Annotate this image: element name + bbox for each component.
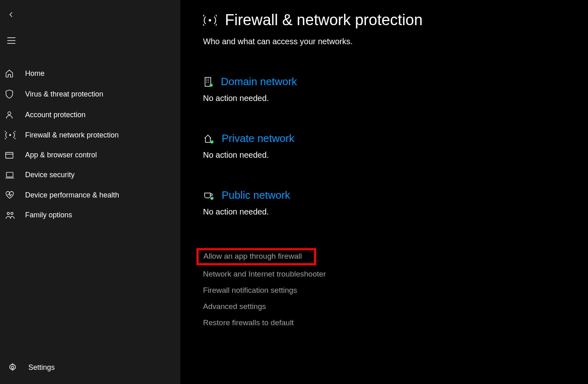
sidebar-item-firewall[interactable]: Firewall & network protection: [0, 125, 180, 145]
main-content: Firewall & network protection Who and wh…: [180, 0, 588, 384]
svg-point-4: [7, 212, 9, 214]
svg-rect-2: [6, 152, 13, 158]
sidebar-item-device-security[interactable]: Device security: [0, 165, 180, 185]
sidebar-item-performance[interactable]: Device performance & health: [0, 185, 180, 205]
menu-button[interactable]: [3, 32, 19, 49]
gear-icon: [8, 363, 23, 372]
svg-point-5: [11, 212, 13, 214]
home-icon: [5, 69, 19, 78]
svg-point-10: [210, 140, 214, 144]
svg-point-11: [210, 197, 214, 200]
device-icon: [5, 172, 19, 179]
sidebar-item-label: Device performance & health: [25, 191, 119, 200]
svg-point-9: [210, 84, 213, 87]
sidebar-item-virus[interactable]: Virus & threat protection: [0, 84, 180, 105]
house-icon: [203, 133, 214, 144]
troubleshooter-link[interactable]: Network and Internet troubleshooter: [203, 266, 565, 282]
svg-point-1: [10, 135, 11, 136]
public-network-link[interactable]: Public network: [222, 189, 290, 202]
advanced-settings-link[interactable]: Advanced settings: [203, 298, 565, 315]
sidebar-item-account[interactable]: Account protection: [0, 105, 180, 125]
svg-point-7: [209, 19, 211, 21]
sidebar-item-label: Settings: [28, 363, 55, 372]
svg-point-0: [8, 112, 11, 115]
svg-rect-3: [6, 172, 13, 177]
restore-defaults-link[interactable]: Restore firewalls to default: [203, 315, 565, 331]
antenna-icon: [203, 14, 217, 26]
sidebar: Home Virus & threat protection Account p…: [0, 0, 180, 384]
sidebar-item-label: Device security: [25, 171, 75, 179]
browser-icon: [5, 151, 19, 159]
public-network-status: No action needed.: [203, 207, 565, 217]
page-subtitle: Who and what can access your networks.: [203, 37, 565, 46]
network-section-public: Public network No action needed.: [203, 189, 565, 217]
shield-icon: [5, 89, 19, 99]
back-button[interactable]: [3, 6, 19, 23]
heart-icon: [5, 191, 19, 200]
coffee-icon: [203, 191, 214, 200]
sidebar-item-app-browser[interactable]: App & browser control: [0, 145, 180, 165]
svg-point-6: [11, 366, 14, 369]
domain-network-link[interactable]: Domain network: [221, 75, 297, 88]
antenna-icon: [5, 131, 19, 139]
person-icon: [5, 110, 19, 119]
sidebar-item-family[interactable]: Family options: [0, 205, 180, 225]
sidebar-item-settings[interactable]: Settings: [3, 357, 177, 378]
notification-settings-link[interactable]: Firewall notification settings: [203, 282, 565, 298]
back-arrow-icon: [7, 10, 16, 19]
private-network-link[interactable]: Private network: [222, 132, 294, 145]
nav-list: Home Virus & threat protection Account p…: [0, 63, 180, 352]
domain-network-status: No action needed.: [203, 94, 565, 103]
sidebar-item-label: Virus & threat protection: [25, 90, 103, 99]
sidebar-item-label: Account protection: [25, 111, 86, 119]
actions-list: Allow an app through firewall Network an…: [203, 248, 565, 331]
family-icon: [5, 211, 19, 219]
private-network-status: No action needed.: [203, 150, 565, 160]
building-icon: [203, 77, 214, 87]
sidebar-item-label: Firewall & network protection: [25, 131, 119, 139]
highlight-annotation: Allow an app through firewall: [197, 248, 316, 265]
sidebar-item-label: Home: [25, 69, 45, 78]
page-title: Firewall & network protection: [225, 11, 423, 29]
network-section-domain: Domain network No action needed.: [203, 75, 565, 103]
sidebar-item-home[interactable]: Home: [0, 63, 180, 84]
network-section-private: Private network No action needed.: [203, 132, 565, 160]
hamburger-icon: [7, 37, 16, 44]
allow-app-link[interactable]: Allow an app through firewall: [203, 252, 302, 261]
sidebar-item-label: Family options: [25, 211, 72, 219]
sidebar-item-label: App & browser control: [25, 151, 97, 159]
